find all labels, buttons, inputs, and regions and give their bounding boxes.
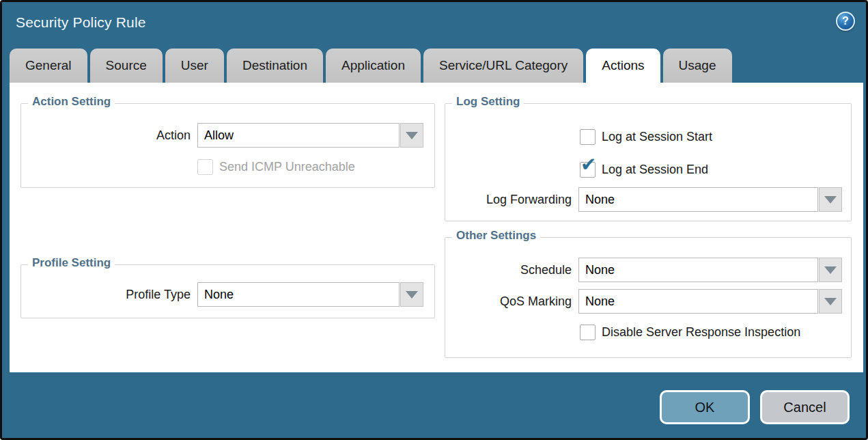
- log-forwarding-dropdown-value[interactable]: None: [578, 187, 818, 212]
- log-forwarding-dropdown[interactable]: None: [578, 187, 842, 212]
- content-panel: Action Setting Action Allow Send ICMP Un…: [10, 83, 863, 372]
- check-mark-icon: ✔: [580, 155, 596, 174]
- help-glyph: ?: [842, 15, 849, 27]
- profile-type-dropdown-value[interactable]: None: [197, 282, 400, 307]
- cancel-button[interactable]: Cancel: [760, 390, 850, 424]
- action-dropdown-value[interactable]: Allow: [197, 123, 400, 148]
- send-icmp-unreachable-row: Send ICMP Unreachable: [197, 159, 355, 176]
- chevron-down-icon[interactable]: [400, 282, 423, 307]
- chevron-down-icon[interactable]: [400, 123, 423, 148]
- disable-server-response-inspection-row: Disable Server Response Inspection: [580, 324, 800, 341]
- other-settings-group: Other Settings Schedule None QoS Marking…: [445, 237, 852, 358]
- log-setting-group: Log Setting Log at Session Start ✔ Log a…: [445, 103, 852, 221]
- tab-actions[interactable]: Actions: [586, 49, 660, 83]
- tab-usage[interactable]: Usage: [663, 49, 732, 83]
- tab-destination[interactable]: Destination: [227, 49, 323, 83]
- log-at-session-start-checkbox[interactable]: [580, 129, 596, 145]
- security-policy-rule-dialog: Security Policy Rule ? General Source Us…: [0, 0, 868, 440]
- triangle-glyph: [406, 291, 418, 299]
- log-at-session-end-checkbox[interactable]: ✔: [580, 162, 596, 178]
- schedule-label: Schedule: [445, 263, 578, 277]
- triangle-glyph: [824, 298, 837, 305]
- log-at-session-start-row: Log at Session Start: [580, 128, 712, 146]
- disable-server-response-inspection-label: Disable Server Response Inspection: [602, 325, 800, 340]
- schedule-dropdown-value[interactable]: None: [578, 258, 818, 282]
- qos-marking-label: QoS Marking: [445, 294, 578, 309]
- schedule-dropdown[interactable]: None: [578, 258, 842, 282]
- triangle-glyph: [824, 196, 837, 204]
- tab-general[interactable]: General: [10, 49, 87, 83]
- log-setting-legend: Log Setting: [452, 95, 524, 109]
- log-at-session-end-row: ✔ Log at Session End: [580, 161, 708, 178]
- action-dropdown[interactable]: Allow: [197, 123, 423, 148]
- log-at-session-end-label: Log at Session End: [602, 163, 708, 177]
- log-forwarding-label: Log Forwarding: [445, 193, 578, 207]
- triangle-glyph: [824, 266, 837, 274]
- tab-service-url-category[interactable]: Service/URL Category: [423, 49, 583, 83]
- send-icmp-unreachable-checkbox: [197, 159, 213, 175]
- action-label: Action: [21, 128, 197, 143]
- other-settings-legend: Other Settings: [452, 229, 540, 243]
- triangle-glyph: [406, 132, 418, 139]
- qos-marking-dropdown[interactable]: None: [578, 289, 842, 314]
- action-setting-group: Action Setting Action Allow Send ICMP Un…: [20, 103, 435, 188]
- ok-button[interactable]: OK: [660, 390, 750, 424]
- tab-application[interactable]: Application: [326, 49, 421, 83]
- send-icmp-unreachable-label: Send ICMP Unreachable: [219, 160, 355, 174]
- profile-type-dropdown[interactable]: None: [197, 282, 423, 307]
- profile-type-label: Profile Type: [21, 288, 197, 302]
- log-at-session-start-label: Log at Session Start: [602, 130, 712, 144]
- chevron-down-icon[interactable]: [819, 187, 842, 212]
- chevron-down-icon[interactable]: [819, 289, 842, 314]
- tab-user[interactable]: User: [165, 49, 224, 83]
- action-setting-legend: Action Setting: [28, 95, 115, 109]
- chevron-down-icon[interactable]: [819, 258, 842, 282]
- disable-server-response-inspection-checkbox[interactable]: [580, 325, 596, 340]
- tab-bar: General Source User Destination Applicat…: [10, 49, 732, 83]
- help-icon[interactable]: ?: [836, 12, 855, 31]
- profile-setting-legend: Profile Setting: [28, 256, 115, 270]
- dialog-title: Security Policy Rule: [16, 14, 146, 31]
- tab-source[interactable]: Source: [90, 49, 163, 83]
- profile-setting-group: Profile Setting Profile Type None: [20, 264, 435, 318]
- qos-marking-dropdown-value[interactable]: None: [578, 289, 818, 314]
